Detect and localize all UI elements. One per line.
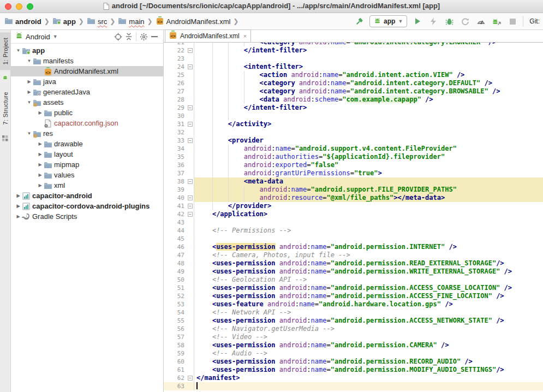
code-line-58[interactable]: 58 <uses-permission android:name="androi… [164, 341, 543, 349]
code-line-content[interactable]: </intent-filter> [194, 46, 543, 55]
gutter-line-number[interactable]: 29− [164, 104, 194, 112]
code-line-content[interactable]: <!-- Camera, Photos, input file --> [194, 251, 543, 259]
code-line-content[interactable]: </application> [194, 210, 543, 218]
code-line-60[interactable]: 60 <uses-permission android:name="androi… [164, 358, 543, 366]
breadcrumb-item-src[interactable]: src [87, 17, 107, 26]
fold-marker-icon[interactable]: − [188, 179, 193, 184]
code-line-content[interactable]: </activity> [194, 120, 543, 128]
git-label[interactable]: Git: [528, 17, 540, 25]
gutter-line-number[interactable]: 47 [164, 251, 194, 259]
code-line-content[interactable]: <uses-permission android:name="android.p… [194, 284, 543, 292]
hide-panel-icon[interactable] [149, 31, 160, 42]
favorites-grid-icon[interactable] [2, 134, 8, 144]
code-line-32[interactable]: 32 [164, 128, 543, 136]
apply-code-changes-icon[interactable] [460, 16, 470, 27]
code-line-30[interactable]: 30 [164, 112, 543, 120]
code-line-33[interactable]: 33− <provider [164, 136, 543, 145]
code-line-53[interactable]: 53 <uses-feature android:name="android.h… [164, 300, 543, 308]
breadcrumb-item-app[interactable]: app [52, 17, 76, 26]
code-line-59[interactable]: 59 <!-- Audio --> [164, 349, 543, 358]
code-line-46[interactable]: 46 <uses-permission android:name="androi… [164, 243, 543, 251]
code-line-content[interactable]: </intent-filter> [194, 104, 543, 112]
tree-item-capacitor-cordova-android-plugins[interactable]: ▶capacitor-cordova-android-plugins [11, 201, 163, 211]
gutter-line-number[interactable]: 63 [164, 382, 194, 390]
code-line-content[interactable]: android:authorities="${applicationId}.fi… [194, 153, 543, 161]
code-line-content[interactable]: <meta-data [194, 177, 543, 186]
code-line-36[interactable]: 36 android:exported="false" [164, 161, 543, 169]
code-line-content[interactable] [194, 218, 543, 227]
gutter-line-number[interactable]: 33− [164, 136, 194, 145]
code-line-40[interactable]: 40− android:resource="@xml/file_paths"><… [164, 194, 543, 202]
profiler-icon[interactable] [475, 16, 486, 27]
tree-expand-arrow-icon[interactable]: ▶ [37, 183, 43, 188]
tool-window-tab-project[interactable]: 1: Project [0, 32, 11, 70]
gutter-line-number[interactable]: 26 [164, 79, 194, 87]
gutter-line-number[interactable]: 39 [164, 186, 194, 194]
gutter-line-number[interactable]: 53 [164, 300, 194, 308]
tree-item-mipmap[interactable]: ▶mipmap [11, 159, 163, 170]
code-line-29[interactable]: 29− </intent-filter> [164, 104, 543, 112]
code-line-content[interactable]: <uses-permission android:name="android.p… [194, 259, 543, 268]
gutter-line-number[interactable]: 54 [164, 308, 194, 317]
gutter-line-number[interactable]: 43 [164, 218, 194, 227]
code-line-63[interactable]: 63 [164, 382, 543, 390]
code-line-content[interactable]: <uses-permission android:name="android.p… [194, 317, 543, 325]
gutter-line-number[interactable]: 45 [164, 235, 194, 243]
code-line-content[interactable]: <!-- Video --> [194, 333, 543, 341]
code-line-content[interactable]: <uses-permission android:name="android.p… [194, 358, 543, 366]
tree-item-layout[interactable]: ▶layout [11, 149, 163, 159]
code-line-26[interactable]: 26 <category android:name="android.inten… [164, 79, 543, 87]
gutter-line-number[interactable]: 58 [164, 341, 194, 349]
gutter-line-number[interactable]: 35 [164, 153, 194, 161]
build-hammer-icon[interactable] [354, 16, 365, 27]
gutter-line-number[interactable]: 61 [164, 366, 194, 374]
gutter-line-number[interactable]: 50 [164, 276, 194, 284]
code-line-56[interactable]: 56 <!-- Navigator.getUserMedia --> [164, 325, 543, 333]
gutter-line-number[interactable]: 48 [164, 259, 194, 268]
breadcrumb-item-main[interactable]: main [118, 17, 144, 26]
fold-marker-icon[interactable]: − [188, 64, 193, 69]
fold-marker-icon[interactable]: − [188, 48, 193, 53]
attach-debugger-icon[interactable] [491, 16, 502, 27]
tree-item-app[interactable]: ▼app [11, 45, 163, 56]
code-line-content[interactable]: <intent-filter> [194, 63, 543, 71]
code-line-content[interactable]: android:name="android.support.FILE_PROVI… [194, 186, 543, 194]
gutter-line-number[interactable]: 59 [164, 349, 194, 358]
code-line-39[interactable]: 39 android:name="android.support.FILE_PR… [164, 186, 543, 194]
code-line-content[interactable]: <action android:name="android.intent.act… [194, 71, 543, 79]
code-line-content[interactable]: <provider [194, 136, 543, 145]
apply-changes-icon[interactable] [428, 16, 439, 27]
code-line-52[interactable]: 52 <uses-permission android:name="androi… [164, 292, 543, 300]
gutter-line-number[interactable]: 55 [164, 317, 194, 325]
tree-expand-arrow-icon[interactable]: ▶ [26, 79, 32, 84]
android-capture-icon[interactable] [2, 73, 9, 83]
gutter-line-number[interactable]: 44 [164, 227, 194, 235]
tree-expand-arrow-icon[interactable]: ▼ [26, 131, 32, 136]
tree-item-androidmanifest-xml[interactable]: <>AndroidManifest.xml [11, 66, 163, 76]
code-line-content[interactable]: </provider> [194, 202, 543, 210]
code-line-content[interactable]: android:resource="@xml/file_paths"></met… [194, 194, 543, 202]
tree-item-res[interactable]: ▼res [11, 128, 163, 139]
fold-marker-icon[interactable]: − [188, 204, 193, 209]
code-line-44[interactable]: 44 <!-- Permissions --> [164, 227, 543, 235]
code-line-23[interactable]: 23 [164, 55, 543, 63]
gutter-line-number[interactable]: 46 [164, 243, 194, 251]
gutter-line-number[interactable]: 57 [164, 333, 194, 341]
debug-icon[interactable] [444, 16, 455, 27]
editor-tab-androidmanifest[interactable]: <> AndroidManifest.xml × [165, 29, 251, 42]
gutter-line-number[interactable]: 27 [164, 87, 194, 96]
code-line-34[interactable]: 34 android:name="android.support.v4.cont… [164, 145, 543, 153]
code-line-49[interactable]: 49 <uses-permission android:name="androi… [164, 268, 543, 276]
code-line-47[interactable]: 47 <!-- Camera, Photos, input file --> [164, 251, 543, 259]
code-line-content[interactable]: <data android:scheme="com.example.capapp… [194, 96, 543, 104]
tree-expand-arrow-icon[interactable]: ▶ [15, 204, 21, 209]
code-line-48[interactable]: 48 <uses-permission android:name="androi… [164, 259, 543, 268]
close-tab-icon[interactable]: × [242, 33, 247, 39]
code-line-35[interactable]: 35 android:authorities="${applicationId}… [164, 153, 543, 161]
tree-expand-arrow-icon[interactable]: ▶ [37, 173, 43, 177]
stop-icon[interactable] [507, 16, 518, 27]
fold-marker-icon[interactable]: − [188, 122, 193, 127]
code-line-content[interactable]: <uses-permission android:name="android.p… [194, 292, 543, 300]
code-line-content[interactable]: android:name="android.support.v4.content… [194, 145, 543, 153]
code-line-62[interactable]: 62−</manifest> [164, 374, 543, 382]
